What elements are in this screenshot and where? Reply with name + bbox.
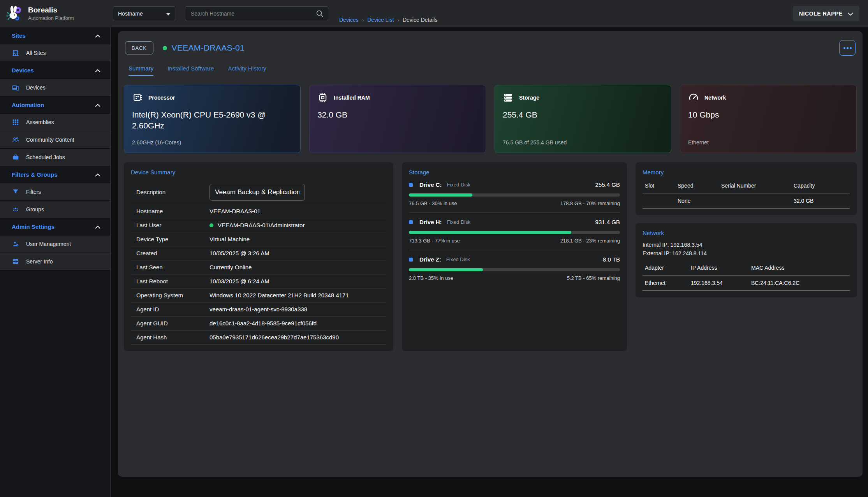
row-value: VEEAM-DRAAS-01 (210, 208, 261, 214)
row-value: Currently Online (210, 264, 252, 270)
drive-size: 8.0 TB (603, 256, 620, 263)
memory-table: Slot Speed Serial Number Capacity None 3… (643, 181, 850, 209)
cell-speed: None (678, 198, 721, 204)
stat-subtitle: Ethernet (688, 139, 849, 146)
device-summary-table: Description Hostname VEEAM-DRAAS-01 Last… (131, 180, 386, 344)
column-header: Slot (645, 183, 678, 189)
drive-size: 931.4 GB (595, 219, 620, 225)
cell-serial (721, 198, 794, 204)
table-row: Description (131, 180, 386, 204)
stat-value: 10 Gbps (688, 109, 849, 120)
stat-value: 255.4 GB (503, 109, 663, 120)
row-value: 05ba0e7935171d626ecea29b27d7ae175363cd90 (210, 334, 339, 341)
network-speed-icon (688, 92, 699, 103)
sidebar-item-groups[interactable]: Groups (0, 201, 110, 218)
row-label: Agent Hash (136, 334, 210, 341)
cell-mac: BC:24:11:CA:C6:2C (751, 280, 850, 286)
stat-value: 32.0 GB (317, 109, 478, 120)
drive-bullet-icon (409, 220, 413, 224)
table-row: Agent Hash 05ba0e7935171d626ecea29b27d7a… (131, 330, 386, 344)
row-label: Device Type (136, 236, 210, 242)
drive-size: 255.4 GB (595, 181, 620, 188)
row-label: Last Seen (136, 264, 210, 270)
tab-installed-software[interactable]: Installed Software (167, 65, 214, 76)
more-actions-button[interactable] (839, 40, 856, 56)
description-input[interactable] (210, 184, 305, 201)
sidebar-section-automation[interactable]: Automation (0, 97, 110, 114)
section-label: Sites (12, 32, 26, 39)
table-row: Created 10/05/2025 @ 3:26 AM (131, 246, 386, 260)
search-filter-dropdown[interactable]: Hostname (113, 6, 175, 21)
chevron-down-icon (848, 11, 853, 17)
sidebar-item-label: Server Info (26, 258, 53, 265)
panel-title: Memory (643, 169, 850, 176)
drive-name: Drive H: (419, 219, 442, 225)
chevron-up-icon (95, 171, 100, 178)
back-button[interactable]: BACK (125, 41, 153, 54)
drive-used-text: 2.8 TB - 35% in use (409, 275, 453, 281)
sidebar-section-filters-groups[interactable]: Filters & Groups (0, 166, 110, 183)
section-label: Devices (12, 67, 34, 74)
storage-card: Storage 255.4 GB 76.5 GB of 255.4 GB use… (495, 85, 671, 153)
topbar: Borealis Automation Platform Hostname De… (0, 0, 868, 27)
row-label: Created (136, 250, 210, 256)
groups-icon (12, 206, 19, 212)
drive-type: Fixed Disk (446, 256, 470, 262)
breadcrumb-devices[interactable]: Devices (339, 17, 359, 23)
sidebar-item-server-info[interactable]: Server Info (0, 253, 110, 270)
sidebar-section-admin-settings[interactable]: Admin Settings (0, 218, 110, 235)
drive-type: Fixed Disk (447, 219, 471, 225)
stat-subtitle (317, 139, 478, 146)
sidebar-section-devices[interactable]: Devices (0, 62, 110, 79)
sidebar-item-label: Community Content (26, 137, 74, 143)
sidebar-item-scheduled-jobs[interactable]: Scheduled Jobs (0, 149, 110, 166)
table-row: None 32.0 GB (643, 193, 850, 209)
installed-ram-card: Installed RAM 32.0 GB (309, 85, 486, 153)
drive-usage-bar (409, 268, 620, 271)
panel-title: Storage (409, 169, 620, 176)
cpu-icon (132, 92, 143, 103)
storage-panel: Storage Drive C: Fixed Disk 255.4 GB 76.… (402, 162, 627, 351)
table-row: Last Seen Currently Online (131, 260, 386, 274)
breadcrumb-separator: › (362, 17, 364, 23)
table-row: Agent GUID de16c0c1-8aa2-4d18-9585-9ce91… (131, 316, 386, 330)
stat-subtitle: 76.5 GB of 255.4 GB used (503, 139, 663, 146)
network-card: Network 10 Gbps Ethernet (680, 85, 857, 153)
stat-subtitle: 2.60GHz (16-Cores) (132, 139, 292, 146)
drive-usage-fill (409, 268, 483, 271)
drive-row: Drive Z: Fixed Disk 8.0 TB 2.8 TB - 35% … (409, 250, 620, 287)
brand: Borealis Automation Platform (0, 4, 111, 23)
user-menu-button[interactable]: NICOLE RAPPE (793, 6, 859, 21)
breadcrumb-device-list[interactable]: Device List (367, 17, 394, 23)
drive-bullet-icon (409, 258, 413, 262)
network-table: Adapter IP Address MAC Address Ethernet … (643, 263, 850, 291)
cell-capacity: 32.0 GB (794, 198, 850, 204)
sidebar-section-sites[interactable]: Sites (0, 27, 110, 44)
sidebar-item-all-sites[interactable]: All Sites (0, 44, 110, 62)
tab-summary[interactable]: Summary (129, 65, 153, 76)
drive-name: Drive Z: (419, 256, 441, 263)
sidebar-item-community-content[interactable]: Community Content (0, 131, 110, 149)
row-label: Last User (136, 222, 210, 228)
filter-icon (12, 188, 19, 195)
sidebar-item-user-management[interactable]: User Management (0, 235, 110, 253)
search-input[interactable] (185, 6, 328, 21)
stat-label: Storage (519, 95, 539, 101)
brand-subtitle: Automation Platform (28, 15, 74, 21)
panel-title: Network (643, 230, 850, 236)
sidebar-item-devices[interactable]: Devices (0, 79, 110, 97)
drive-bullet-icon (409, 183, 413, 187)
drive-type: Fixed Disk (447, 182, 471, 188)
drive-name: Drive C: (419, 181, 442, 188)
tab-activity-history[interactable]: Activity History (228, 65, 266, 76)
chevron-up-icon (95, 67, 100, 74)
search-icon (315, 9, 324, 19)
sidebar-item-assemblies[interactable]: Assemblies (0, 114, 110, 131)
sidebar-item-filters[interactable]: Filters (0, 183, 110, 201)
stat-value: Intel(R) Xeon(R) CPU E5-2690 v3 @ 2.60GH… (132, 109, 292, 132)
drive-usage-fill (409, 193, 472, 197)
row-value: VEEAM-DRAAS-01\Administrator (218, 222, 305, 228)
cell-slot (645, 198, 678, 204)
user-gear-icon (12, 241, 19, 248)
drive-used-text: 713.3 GB - 77% in use (409, 238, 460, 244)
